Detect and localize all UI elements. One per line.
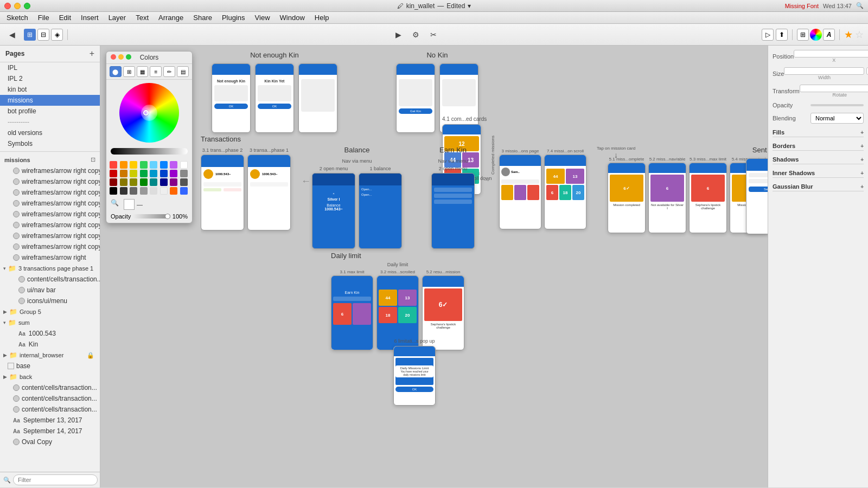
layer-arrow[interactable]: wireframes/arrow right <box>0 252 100 263</box>
layer-oval-copy[interactable]: Oval Copy <box>0 436 100 447</box>
toolbar-grid-btn[interactable]: ⊞ <box>797 29 809 41</box>
canvas-area[interactable]: Colors ⬤ ⊞ ▦ ≡ ✏ ▤ <box>100 46 768 487</box>
colors-tab-grid2[interactable]: ▦ <box>137 66 149 77</box>
swatch-nearblack[interactable] <box>120 187 127 195</box>
swatch-deepgreen[interactable] <box>140 178 148 186</box>
toolbar-star2[interactable]: ☆ <box>855 29 864 41</box>
search-icon[interactable]: 🔍 <box>856 2 864 9</box>
colors-tab-sliders[interactable]: ≡ <box>150 66 162 77</box>
swatch-deepblue[interactable] <box>160 178 168 186</box>
layer-arrow6[interactable]: wireframes/arrow right copy 6 <box>0 198 100 209</box>
colors-tab-grid[interactable]: ⊞ <box>123 66 135 77</box>
swatch-lightgray[interactable] <box>140 187 148 195</box>
traffic-lights[interactable] <box>4 3 30 9</box>
colors-max[interactable] <box>126 54 131 60</box>
maximize-button[interactable] <box>24 3 30 9</box>
swatch-deepcyan[interactable] <box>150 178 157 186</box>
layer-1000543[interactable]: Aa 1000.543 <box>0 328 100 339</box>
colors-close[interactable] <box>111 54 116 60</box>
colors-tab-palette[interactable]: ▤ <box>177 66 189 77</box>
swatch-brightblue[interactable] <box>180 187 188 195</box>
minimize-button[interactable] <box>14 3 21 9</box>
page-missions[interactable]: missions <box>0 95 100 106</box>
eyedropper-icon[interactable]: 🔍 <box>111 199 122 210</box>
close-button[interactable] <box>4 3 11 9</box>
layer-kin[interactable]: Aa Kin <box>0 339 100 350</box>
toolbar-share-btn[interactable]: ⬆ <box>776 29 788 41</box>
swatch-darkblue[interactable] <box>160 170 168 177</box>
layer-content-cells1[interactable]: content/cells/transaction... <box>0 274 100 285</box>
opacity-slider[interactable] <box>810 104 864 106</box>
layer-ui-nav-bar[interactable]: ui/nav bar <box>0 285 100 296</box>
group-internal-browser[interactable]: ▶ 📁 internal_browser 🔒 <box>0 350 100 361</box>
group-back[interactable]: ▶ 📁 back <box>0 371 100 382</box>
swatch-purple[interactable] <box>170 161 177 169</box>
swatch-darkgray[interactable] <box>180 178 188 186</box>
layer-arrow2[interactable]: wireframes/arrow right copy 2 <box>0 230 100 241</box>
menu-file[interactable]: File <box>34 12 54 23</box>
swatch-cyan[interactable] <box>150 161 157 169</box>
swatch-darkred[interactable] <box>110 170 117 177</box>
swatch-black[interactable] <box>110 187 117 195</box>
layer-sep14[interactable]: Aa September 14, 2017 <box>0 426 100 436</box>
layer-arrow9[interactable]: wireframes/arrow right copy 9 <box>0 187 100 198</box>
toolbar-artboard-icon[interactable]: ⊟ <box>37 29 49 41</box>
swatch-brightorange[interactable] <box>170 187 177 195</box>
color-wheel-container[interactable] <box>106 80 192 146</box>
page-oldversions[interactable]: old versions <box>0 127 100 138</box>
toolbar-page-icon[interactable]: ⊞ <box>24 29 36 41</box>
layer-cells-b[interactable]: content/cells/transaction... <box>0 393 100 404</box>
page-ipl2[interactable]: IPL 2 <box>0 73 100 84</box>
swatch-darkcyan[interactable] <box>150 170 157 177</box>
page-ipl[interactable]: IPL <box>0 62 100 73</box>
swatch-deeppurple[interactable] <box>170 178 177 186</box>
opacity-slider[interactable] <box>133 214 170 219</box>
colors-min[interactable] <box>118 54 124 60</box>
toolbar-run[interactable]: ▶ <box>391 27 406 42</box>
toolbar-font-btn[interactable]: A <box>823 29 835 41</box>
layer-arrow4[interactable]: wireframes/arrow right copy 4 <box>0 241 100 252</box>
color-wheel[interactable] <box>119 83 179 143</box>
page-symbols[interactable]: Symbols <box>0 138 100 149</box>
page-botprofile[interactable]: bot profile <box>0 106 100 117</box>
toolbar-back[interactable]: ◀ <box>4 27 20 42</box>
group-transactions[interactable]: ▾ 📁 3 transactions page phase 1 <box>0 263 100 274</box>
gaussian-blur-add-btn[interactable]: + <box>860 184 864 190</box>
menu-text[interactable]: Text <box>131 12 153 23</box>
layer-sep13[interactable]: Aa September 13, 2017 <box>0 415 100 426</box>
menu-window[interactable]: Window <box>276 12 309 23</box>
x-input[interactable] <box>794 50 868 57</box>
menu-help[interactable]: Help <box>310 12 334 23</box>
swatch-darkorange[interactable] <box>120 170 127 177</box>
layer-icons-ui-menu[interactable]: icons/ui/menu <box>0 296 100 306</box>
shadows-add-btn[interactable]: + <box>860 157 864 163</box>
swatch-yellow[interactable] <box>130 161 137 169</box>
swatch-darkyellow[interactable] <box>130 170 137 177</box>
menu-layer[interactable]: Layer <box>104 12 131 23</box>
menu-share[interactable]: Share <box>189 12 216 23</box>
inner-shadows-add-btn[interactable]: + <box>860 170 864 176</box>
menu-arrange[interactable]: Arrange <box>154 12 188 23</box>
layer-arrow8[interactable]: wireframes/arrow right copy 8 <box>0 220 100 230</box>
swatch-nearwhite[interactable] <box>160 187 168 195</box>
swatch-gray[interactable] <box>180 170 188 177</box>
swatch-deepyellow[interactable] <box>130 178 137 186</box>
colors-tab-circle[interactable]: ⬤ <box>110 66 122 77</box>
toolbar-color-btn[interactable] <box>810 29 822 41</box>
toolbar-star1[interactable]: ★ <box>844 29 853 41</box>
swatch-midgray[interactable] <box>130 187 137 195</box>
group-5[interactable]: ▶ 📁 Group 5 <box>0 306 100 317</box>
layer-base[interactable]: base <box>0 361 100 371</box>
layer-cells-a[interactable]: content/cells/transaction... <box>0 382 100 393</box>
toolbar-preview-btn[interactable]: ▷ <box>762 29 774 41</box>
filter-input[interactable] <box>13 474 98 485</box>
swatch-darkpurple[interactable] <box>170 170 177 177</box>
menu-edit[interactable]: Edit <box>55 12 75 23</box>
layers-options-btn[interactable]: ⊡ <box>91 156 95 163</box>
menu-plugins[interactable]: Plugins <box>218 12 250 23</box>
menu-sketch[interactable]: Sketch <box>2 12 33 23</box>
swatch-darkgreen[interactable] <box>140 170 148 177</box>
swatch-white[interactable] <box>180 161 188 169</box>
width-input[interactable] <box>784 67 864 75</box>
swatch-verylight[interactable] <box>150 187 157 195</box>
